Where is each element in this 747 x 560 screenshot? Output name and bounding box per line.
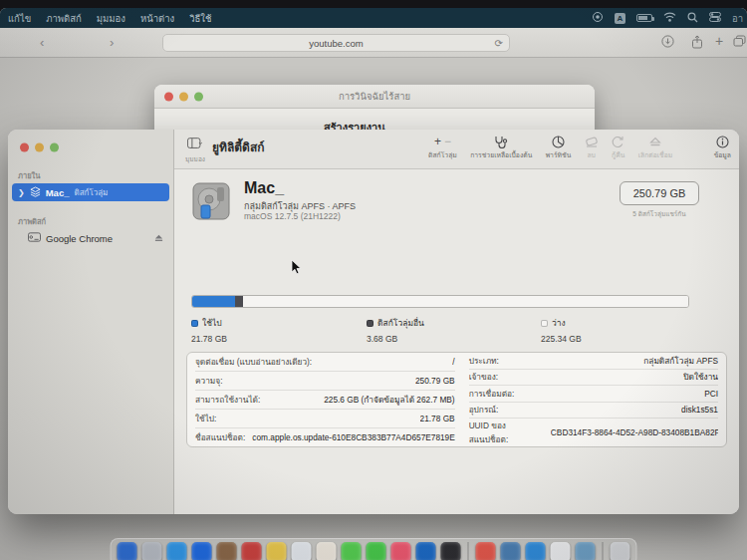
table-row: การเชื่อมต่อ:PCI (469, 386, 718, 403)
downloads-icon[interactable] (661, 35, 674, 51)
restore-icon (612, 135, 624, 148)
toolbar-label: กู้คืน (612, 149, 624, 160)
dock-icon-chrome[interactable] (476, 542, 496, 560)
input-source-icon[interactable]: A (615, 13, 625, 24)
window-title: ยูทิลิตี้ดิสก์ (212, 138, 264, 156)
volumes-caption: 5 ดิสก์โวลุ่มแชร์กัน (608, 209, 711, 219)
close-button[interactable] (20, 143, 29, 152)
toolbar-label: พาร์ทิชัน (546, 149, 572, 160)
hard-drive-icon (191, 181, 231, 221)
dock-separator (468, 542, 469, 560)
eject-icon (649, 135, 661, 148)
disk-utility-window: ภายใน ❯ Mac_ ดิสก์โวลุ่ม ภาพดิสก์ (8, 130, 739, 514)
minimize-button[interactable] (179, 92, 188, 101)
menu-edit[interactable]: แก้ไข (8, 11, 31, 26)
dock-icon-app-blue-circle[interactable] (526, 542, 546, 560)
toolbar: มุมมอง ยูทิลิตี้ดิสก์ +− ดิสก์โวลุ่ม การ… (174, 130, 739, 169)
restore-button[interactable]: กู้คืน (612, 135, 624, 160)
sidebar-item-mac-volume[interactable]: ❯ Mac_ ดิสก์โวลุ่ม (12, 183, 169, 201)
add-volume-icon[interactable]: + (434, 135, 441, 148)
dock-icon-notes[interactable] (267, 542, 287, 560)
close-button[interactable] (164, 92, 173, 101)
dock-icon-trash[interactable] (611, 542, 630, 560)
dock-icon-app-red[interactable] (242, 542, 262, 560)
menu-clock[interactable]: อา (732, 11, 743, 26)
legend-swatch-1 (367, 320, 374, 327)
share-icon[interactable] (691, 35, 703, 52)
dock-icon-finder[interactable] (118, 542, 137, 560)
back-icon[interactable]: ‹ (40, 35, 44, 50)
sidebar-item-label: Mac_ (46, 187, 70, 198)
menu-help[interactable]: วิธีใช้ (189, 11, 211, 26)
legend-other-volumes: ดิสก์โวลุ่มอื่น 3.68 GB (367, 316, 424, 344)
usage-segment-0 (192, 296, 235, 307)
dock-icon-app-store[interactable] (192, 542, 212, 560)
unmount-button[interactable]: เลิกต่อเชื่อม (638, 135, 673, 160)
dock-icon-music[interactable] (391, 542, 411, 560)
address-bar[interactable]: youtube.com ⟳ (162, 34, 510, 52)
partition-button[interactable]: พาร์ทิชัน (546, 135, 572, 160)
toolbar-volume-buttons[interactable]: +− ดิสก์โวลุ่ม (428, 135, 457, 160)
new-tab-icon[interactable]: + (715, 33, 723, 49)
info-button[interactable]: ข้อมูล (714, 135, 731, 160)
disk-os-version: macOS 12.7.5 (21H1222) (244, 211, 341, 221)
zoom-button[interactable] (194, 92, 203, 101)
usage-segment-2 (243, 296, 688, 307)
screen-record-icon[interactable] (592, 11, 604, 25)
diag-window-title: การวินิจฉัยไร้สาย (339, 89, 410, 104)
legend-free-value: 225.34 GB (541, 334, 582, 344)
menu-bar: แก้ไข ภาพดิสก์ มุมมอง หน้าต่าง วิธีใช้ A (0, 8, 747, 28)
zoom-button[interactable] (50, 143, 59, 152)
menu-disk-image[interactable]: ภาพดิสก์ (46, 11, 82, 26)
remove-volume-icon[interactable]: − (444, 135, 451, 148)
menu-window[interactable]: หน้าต่าง (140, 11, 174, 26)
dock-icon-photos[interactable] (317, 542, 337, 560)
view-menu-button[interactable]: มุมมอง (182, 136, 208, 164)
dock-icon-books[interactable] (217, 542, 237, 560)
dock-icon-wireless-diagnostics[interactable] (551, 542, 571, 560)
toolbar-label: ลบ (587, 149, 595, 160)
disk-image-icon (28, 232, 41, 244)
stethoscope-icon (494, 135, 508, 148)
forward-icon[interactable]: › (110, 35, 114, 50)
erase-button[interactable]: ลบ (585, 135, 599, 160)
reload-icon[interactable]: ⟳ (495, 38, 503, 49)
battery-icon[interactable] (636, 14, 652, 22)
dock (111, 538, 637, 560)
legend-swatch-2 (541, 320, 548, 327)
eject-icon[interactable] (154, 233, 163, 244)
screen: แก้ไข ภาพดิสก์ มุมมอง หน้าต่าง วิธีใช้ A (0, 8, 747, 560)
dock-icon-reminders[interactable] (292, 542, 312, 560)
sidebar-section-internal: ภายใน (18, 169, 173, 181)
volume-stack-icon (30, 186, 41, 199)
dock-icon-safari[interactable] (167, 542, 187, 560)
dock-icon-messages[interactable] (342, 542, 362, 560)
safari-toolbar: ‹ › youtube.com ⟳ + (0, 28, 747, 58)
minimize-button[interactable] (35, 143, 44, 152)
dock-icon-facetime[interactable] (367, 542, 386, 560)
dock-separator (603, 542, 604, 560)
tab-overview-icon[interactable] (733, 35, 746, 50)
dock-icon-system-settings[interactable] (501, 542, 521, 560)
dock-icon-app-blue-x[interactable] (416, 542, 436, 560)
menu-view[interactable]: มุมมอง (97, 11, 125, 26)
legend-other-value: 3.68 GB (367, 334, 424, 344)
info-icon (716, 135, 729, 148)
spotlight-icon[interactable] (687, 12, 698, 25)
dock-icon-disk-utility[interactable] (576, 542, 596, 560)
pie-chart-icon (552, 135, 565, 148)
usage-bar (191, 295, 689, 308)
control-center-icon[interactable] (709, 12, 721, 24)
diag-titlebar[interactable]: การวินิจฉัยไร้สาย (154, 85, 595, 109)
dock-icon-launchpad[interactable] (142, 542, 162, 560)
details-table: จุดต่อเชื่อม (แบบอ่านอย่างเดียว):/ ความจ… (186, 352, 727, 447)
table-row: ความจุ:250.79 GB (195, 372, 455, 391)
dock-icon-app-dark[interactable] (441, 542, 461, 560)
wifi-icon[interactable] (663, 12, 676, 24)
disk-size-button[interactable]: 250.79 GB (620, 181, 699, 205)
disclosure-icon[interactable]: ❯ (18, 188, 25, 197)
sidebar-item-google-chrome[interactable]: Google Chrome (12, 229, 169, 247)
toolbar-label: ดิสก์โวลุ่ม (428, 149, 457, 160)
first-aid-button[interactable]: การช่วยเหลือเบื้องต้น (470, 135, 532, 160)
table-row: เจ้าของ:ปิดใช้งาน (469, 370, 718, 387)
